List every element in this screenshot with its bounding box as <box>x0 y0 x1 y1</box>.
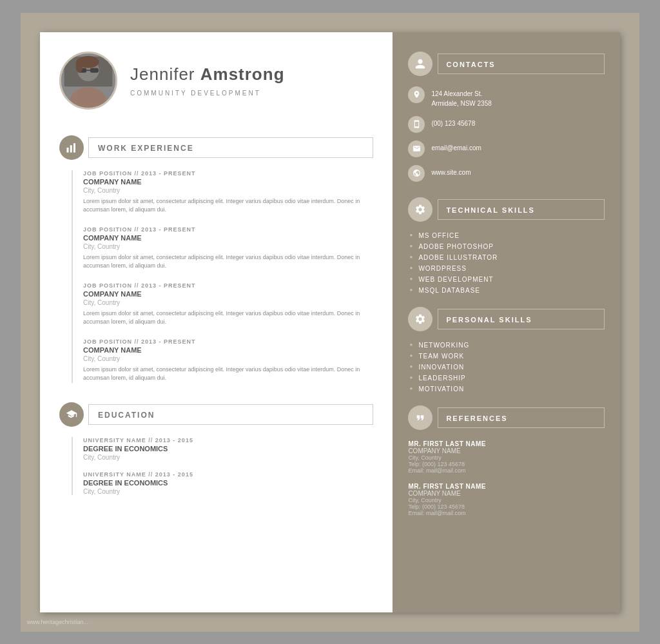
skill-item: WEB DEVELOPMENT <box>418 276 605 283</box>
work-experience-section: WORK EXPERIENCE JOB POSITION // 2013 - P… <box>59 135 373 383</box>
job-description: Lorem ipsum dolor sit amet, consectetur … <box>83 253 373 271</box>
personal-skills-section: PERSONAL SKILLS NETWORKING TEAM WORK INN… <box>408 307 605 393</box>
work-entry: JOB POSITION // 2013 - PRESENT COMPANY N… <box>83 338 373 383</box>
work-entry: JOB POSITION // 2013 - PRESENT COMPANY N… <box>83 226 373 271</box>
work-entries: JOB POSITION // 2013 - PRESENT COMPANY N… <box>72 170 373 383</box>
job-description: Lorem ipsum dolor sit amet, consectetur … <box>83 309 373 327</box>
work-entry: JOB POSITION // 2013 - PRESENT COMPANY N… <box>83 282 373 327</box>
personal-skills-label: PERSONAL SKILLS <box>446 316 532 324</box>
job-description: Lorem ipsum dolor sit amet, consectetur … <box>83 197 373 215</box>
job-location: City, Country <box>83 187 373 194</box>
email-icon <box>412 144 421 153</box>
svg-rect-4 <box>90 68 99 72</box>
contact-email-item: email@emai.com <box>408 141 605 157</box>
skill-item: ADOBE ILLUSTRATOR <box>418 254 605 261</box>
right-panel: CONTACTS 124 Alexander St.Armidale, NSW … <box>393 32 620 612</box>
name-area: Jennifer Amstrong COMMUNITY DEVELOPMENT <box>130 64 285 97</box>
skill-item: ADOBE PHOTOSHOP <box>418 243 605 250</box>
technical-skills-header: TECHNICAL SKILLS <box>408 197 605 222</box>
contacts-label: CONTACTS <box>446 61 495 68</box>
work-icon-box <box>59 135 84 160</box>
job-description: Lorem ipsum dolor sit amet, consectetur … <box>83 366 373 383</box>
globe-icon-box <box>408 165 425 182</box>
svg-rect-10 <box>70 145 72 152</box>
ref-name: MR. FIRST LAST NAME <box>408 483 605 490</box>
tech-skills-title-box: TECHNICAL SKILLS <box>438 199 605 220</box>
job-title: JOB POSITION // 2013 - PRESENT <box>83 226 373 233</box>
edu-location: City, Country <box>83 488 373 495</box>
tech-skills-list: MS OFFICE ADOBE PHOTOSHOP ADOBE ILLUSTRA… <box>408 232 605 294</box>
contacts-title-box: CONTACTS <box>438 54 605 74</box>
company-name: COMPANY NAME <box>83 234 373 242</box>
reference-item: MR. FIRST LAST NAME COMPANY NAME City, C… <box>408 440 605 474</box>
company-name: COMPANY NAME <box>83 290 373 298</box>
edu-entry: UNIVERSITY NAME // 2013 - 2015 DEGREE IN… <box>83 437 373 461</box>
edu-location: City, Country <box>83 454 373 461</box>
reference-item: MR. FIRST LAST NAME COMPANY NAME City, C… <box>408 483 605 516</box>
contacts-header: CONTACTS <box>408 52 605 76</box>
company-name: COMPANY NAME <box>83 346 373 354</box>
education-icon-box <box>59 402 84 427</box>
full-name: Jennifer Amstrong <box>130 64 285 84</box>
contact-email: email@emai.com <box>431 141 481 153</box>
left-panel: Jennifer Amstrong COMMUNITY DEVELOPMENT <box>40 32 393 612</box>
quote-icon <box>414 412 426 424</box>
uni-name: UNIVERSITY NAME // 2013 - 2015 <box>83 471 373 478</box>
job-title: JOB POSITION // 2013 - PRESENT <box>83 170 373 177</box>
education-title-box: EDUCATION <box>88 404 373 425</box>
skill-item: INNOVATION <box>418 364 605 371</box>
skill-item: MOTIVATION <box>418 385 605 393</box>
job-title: JOB POSITION // 2013 - PRESENT <box>83 338 373 345</box>
ref-company: COMPANY NAME <box>408 447 605 454</box>
personal-skills-icon-box <box>408 307 432 331</box>
company-name: COMPANY NAME <box>83 178 373 186</box>
contact-website-item: www.site.com <box>408 165 605 182</box>
ref-company: COMPANY NAME <box>408 490 605 497</box>
ref-location: City, Country <box>408 497 605 503</box>
skill-item: MS OFFICE <box>418 232 605 239</box>
tech-skills-label: TECHNICAL SKILLS <box>446 206 535 214</box>
skill-item: LEADERSHIP <box>418 375 605 382</box>
globe-icon <box>412 169 421 177</box>
skill-item: TEAM WORK <box>418 353 605 360</box>
ref-telp: Telp: (000) 123 45678 <box>408 503 605 510</box>
ref-location: City, Country <box>408 454 605 461</box>
location-icon-box <box>408 86 425 103</box>
uni-name: UNIVERSITY NAME // 2013 - 2015 <box>83 437 373 444</box>
svg-rect-9 <box>67 148 69 153</box>
contact-phone-item: (00) 123 45678 <box>408 116 605 133</box>
contact-phone: (00) 123 45678 <box>431 116 475 128</box>
personal-skills-header: PERSONAL SKILLS <box>408 307 605 331</box>
degree: DEGREE IN ECONOMICS <box>83 479 373 487</box>
contacts-icon-box <box>408 52 432 76</box>
ref-name: MR. FIRST LAST NAME <box>408 440 605 447</box>
gear-icon <box>414 204 426 215</box>
phone-icon-box <box>408 116 425 133</box>
technical-skills-section: TECHNICAL SKILLS MS OFFICE ADOBE PHOTOSH… <box>408 197 605 294</box>
ref-email: Email: mail@mail.com <box>408 467 605 474</box>
skill-item: WORDPRESS <box>418 265 605 272</box>
settings-icon <box>414 313 426 325</box>
personal-skills-title-box: PERSONAL SKILLS <box>438 309 605 329</box>
references-header: REFERENCES <box>408 405 605 430</box>
edu-entry: UNIVERSITY NAME // 2013 - 2015 DEGREE IN… <box>83 471 373 495</box>
work-title-box: WORK EXPERIENCE <box>88 137 373 158</box>
job-subtitle: COMMUNITY DEVELOPMENT <box>130 90 285 97</box>
location-pin-icon <box>412 90 421 99</box>
references-section: REFERENCES MR. FIRST LAST NAME COMPANY N… <box>408 405 605 516</box>
header-section: Jennifer Amstrong COMMUNITY DEVELOPMENT <box>59 52 373 110</box>
ref-email: Email: mail@mail.com <box>408 510 605 516</box>
watermark: www.heritagechristian... <box>27 619 88 625</box>
svg-rect-11 <box>73 143 75 152</box>
education-section: EDUCATION UNIVERSITY NAME // 2013 - 2015… <box>59 402 373 495</box>
education-label: EDUCATION <box>98 411 155 420</box>
skill-item: MSQL DATABASE <box>418 287 605 294</box>
page-background: Jennifer Amstrong COMMUNITY DEVELOPMENT <box>21 13 639 632</box>
svg-point-7 <box>75 58 82 72</box>
references-title-box: REFERENCES <box>438 407 605 428</box>
resume-container: Jennifer Amstrong COMMUNITY DEVELOPMENT <box>40 32 620 612</box>
bar-chart-icon <box>66 142 77 153</box>
ref-telp: Telp: (000) 123 45678 <box>408 461 605 467</box>
contact-website: www.site.com <box>431 165 471 177</box>
education-header: EDUCATION <box>59 402 373 427</box>
